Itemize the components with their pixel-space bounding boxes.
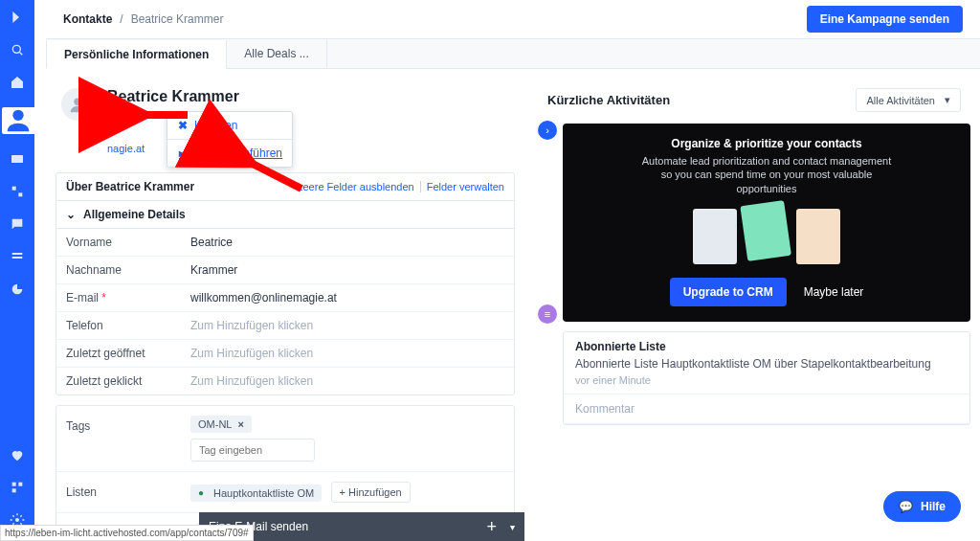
breadcrumb: Kontakte / Beatrice Krammer Eine Kampagn… <box>46 0 980 38</box>
breadcrumb-current: Beatrice Krammer <box>131 12 224 26</box>
mail-icon[interactable] <box>10 151 25 167</box>
help-label: Hilfe <box>921 500 946 513</box>
svg-rect-4 <box>18 192 22 196</box>
promo-description: Automate lead prioritization and contact… <box>637 154 896 195</box>
activity-panel: Kürzliche Aktivitäten Alle Aktivitäten ▾… <box>536 75 970 541</box>
chat-icon[interactable] <box>10 216 25 232</box>
merge-icon: ▸ <box>177 147 187 159</box>
svg-rect-9 <box>12 488 16 492</box>
list-chip[interactable]: Hauptkontaktliste OM <box>190 485 322 502</box>
compose-collapse-icon[interactable]: ▾ <box>510 522 515 532</box>
svg-point-10 <box>15 518 19 522</box>
send-campaign-button[interactable]: Eine Kampagne senden <box>807 6 963 33</box>
promo-illustration <box>582 209 951 264</box>
about-title: Über Beatrice Krammer <box>66 180 194 193</box>
activity-title: Abonnierte Liste <box>575 340 958 353</box>
activity-card: Abonnierte Liste Abonnierte Liste Hauptk… <box>563 331 970 425</box>
breadcrumb-separator: / <box>120 12 122 26</box>
tag-chip[interactable]: OM-NL× <box>190 416 252 433</box>
tag-input[interactable] <box>190 439 315 462</box>
lists-label: Listen <box>66 482 190 499</box>
tab-personal-info[interactable]: Persönliche Informationen <box>46 40 227 69</box>
add-list-button[interactable]: + Hinzufügen <box>331 482 411 503</box>
svg-rect-3 <box>12 187 16 191</box>
maybe-later-link[interactable]: Maybe later <box>804 285 864 299</box>
chat-bubble-icon: 💬 <box>899 500 913 513</box>
activity-time: vor einer Minute <box>575 374 958 386</box>
field-value-lastname[interactable]: Krammer <box>190 263 237 277</box>
field-label-last-open: Zuletzt geöffnet <box>66 347 190 360</box>
list-icon[interactable] <box>10 249 25 264</box>
activity-comment-input[interactable]: Kommentar <box>564 394 969 424</box>
contact-actions-gear-icon[interactable]: ✿ <box>107 108 118 123</box>
contact-header: Beatrice Krammer ✿ nagie.at ✖ Löschen ▸ … <box>56 84 515 169</box>
field-value-phone[interactable]: Zum Hinzufügen klicken <box>190 319 313 332</box>
breadcrumb-root[interactable]: Kontakte <box>63 12 112 26</box>
svg-rect-6 <box>12 257 23 259</box>
field-value-firstname[interactable]: Beatrice <box>190 236 233 249</box>
apps-icon[interactable] <box>10 480 25 495</box>
field-value-last-open[interactable]: Zum Hinzufügen klicken <box>190 347 313 360</box>
hide-empty-fields-link[interactable]: Leere Felder ausblenden <box>297 181 413 192</box>
field-label-lastname: Nachname <box>66 263 190 277</box>
home-icon[interactable] <box>10 75 25 90</box>
timeline-bead-activity: ≡ <box>538 304 557 324</box>
svg-point-1 <box>12 110 23 121</box>
activity-filter-dropdown[interactable]: Alle Aktivitäten ▾ <box>856 88 961 112</box>
svg-point-0 <box>12 45 20 53</box>
dropdown-merge-label: Zusammenführen <box>192 147 282 160</box>
compose-add-icon[interactable]: + <box>486 517 497 537</box>
svg-rect-5 <box>12 253 23 255</box>
chevron-down-icon: ⌄ <box>66 208 76 221</box>
promo-title: Organize & prioritize your contacts <box>582 137 951 150</box>
dropdown-delete-label: Löschen <box>194 119 237 132</box>
avatar <box>61 88 94 121</box>
search-icon[interactable] <box>10 42 25 57</box>
dropdown-delete[interactable]: ✖ Löschen <box>167 112 292 139</box>
crm-upsell-promo: Organize & prioritize your contacts Auto… <box>563 124 970 322</box>
svg-point-11 <box>74 99 80 105</box>
left-nav <box>0 0 34 541</box>
svg-rect-8 <box>18 483 22 486</box>
manage-fields-link[interactable]: Felder verwalten <box>427 181 504 192</box>
heart-icon[interactable] <box>10 447 25 462</box>
delete-icon: ✖ <box>177 120 189 131</box>
help-button[interactable]: 💬 Hilfe <box>883 491 961 522</box>
general-details-toggle[interactable]: ⌄ Allgemeine Details <box>56 201 514 229</box>
automation-icon[interactable] <box>10 184 25 199</box>
contact-detail-panel: Beatrice Krammer ✿ nagie.at ✖ Löschen ▸ … <box>46 75 524 541</box>
about-card: Über Beatrice Krammer Leere Felder ausbl… <box>56 172 515 395</box>
contacts-icon[interactable] <box>2 107 34 134</box>
field-label-firstname: Vorname <box>66 236 190 249</box>
field-value-last-click[interactable]: Zum Hinzufügen klicken <box>190 374 313 388</box>
field-label-phone: Telefon <box>66 319 190 332</box>
tab-all-deals[interactable]: Alle Deals ... <box>227 39 326 68</box>
field-label-email: E-mail * <box>66 291 190 304</box>
field-value-email[interactable]: willkommen@onlinemagie.at <box>190 291 337 304</box>
contact-name: Beatrice Krammer <box>107 88 239 105</box>
brand-logo-icon[interactable] <box>10 10 25 25</box>
reports-icon[interactable] <box>10 282 25 297</box>
dropdown-merge[interactable]: ▸ Zusammenführen <box>167 139 292 167</box>
field-label-last-click: Zuletzt geklickt <box>66 374 190 388</box>
svg-rect-2 <box>11 155 23 163</box>
timeline-bead-promo: › <box>538 121 557 140</box>
tab-bar: Persönliche Informationen Alle Deals ... <box>46 38 980 69</box>
recent-activity-title: Kürzliche Aktivitäten <box>547 93 670 107</box>
tag-chip-label: OM-NL <box>198 418 232 430</box>
list-chip-label: Hauptkontaktliste OM <box>213 487 314 499</box>
tag-remove-icon[interactable]: × <box>237 418 243 430</box>
tags-label: Tags <box>66 416 190 433</box>
contact-email-link[interactable]: nagie.at <box>107 143 145 154</box>
contact-actions-dropdown: ✖ Löschen ▸ Zusammenführen <box>167 111 293 168</box>
chevron-down-icon: ▾ <box>945 94 950 106</box>
activity-description: Abonnierte Liste Hauptkontaktliste OM üb… <box>575 357 958 371</box>
browser-url-hint: https://leben-im-licht.activehosted.com/… <box>0 525 254 541</box>
upgrade-crm-button[interactable]: Upgrade to CRM <box>670 278 787 306</box>
svg-rect-7 <box>12 483 16 486</box>
general-details-label: Allgemeine Details <box>83 208 186 221</box>
activity-filter-label: Alle Aktivitäten <box>866 95 935 106</box>
